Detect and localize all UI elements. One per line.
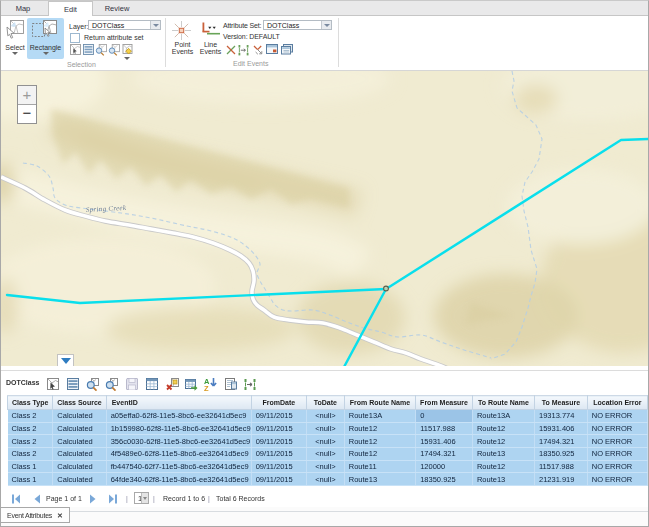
svg-text:Z: Z bbox=[204, 384, 209, 392]
